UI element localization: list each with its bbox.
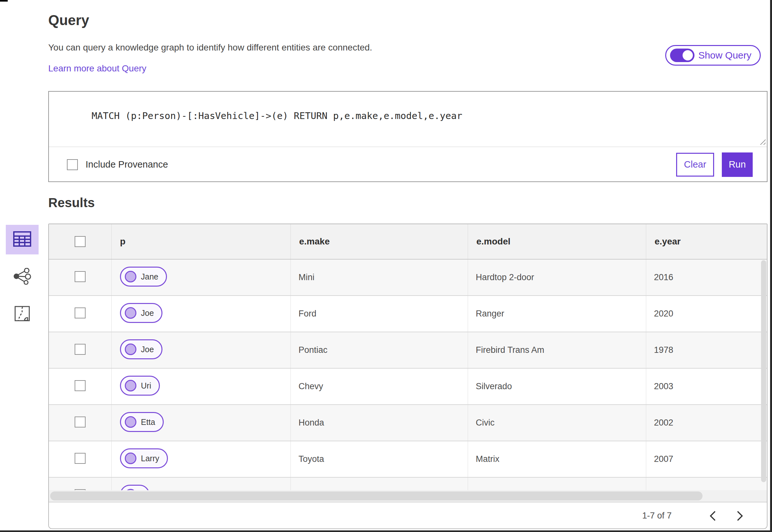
run-button[interactable]: Run: [722, 152, 753, 177]
entity-dot-icon: [125, 344, 136, 355]
entity-dot-icon: [125, 416, 136, 428]
cell-make: Chevy: [290, 369, 468, 404]
column-header-e.make[interactable]: e.make: [290, 224, 468, 259]
entity-dot-icon: [125, 271, 136, 282]
entity-name: Jane: [141, 272, 158, 281]
next-page-button[interactable]: [731, 507, 749, 525]
table-view-button[interactable]: [6, 225, 39, 254]
column-header-e.model[interactable]: e.model: [468, 224, 646, 259]
row-checkbox-cell: [49, 369, 111, 404]
cell-p: Etta: [111, 405, 290, 441]
cell-make: Toyota: [290, 441, 468, 477]
row-checkbox[interactable]: [75, 271, 86, 282]
table-row[interactable]: Joe Pontiac Firebird Trans Am 1978: [49, 332, 767, 369]
cell-year: 2003: [646, 369, 767, 404]
resize-grip-icon[interactable]: [758, 138, 766, 145]
cell-p: Uri: [111, 369, 290, 404]
entity-pill[interactable]: Joe: [120, 303, 162, 323]
entity-dot-icon: [125, 380, 136, 391]
map-icon: [14, 306, 30, 323]
entity-pill[interactable]: Etta: [120, 412, 164, 432]
row-checkbox[interactable]: [75, 417, 86, 427]
entity-dot-icon: [125, 307, 136, 319]
toggle-switch-icon[interactable]: [670, 49, 694, 62]
query-text: MATCH (p:Person)-[:HasVehicle]->(e) RETU…: [92, 110, 462, 121]
cell-p: Joe: [111, 296, 290, 332]
query-actions-bar: Include Provenance Clear Run: [49, 147, 767, 182]
entity-pill[interactable]: Larry: [120, 448, 168, 468]
map-view-button[interactable]: [6, 299, 39, 329]
page-description: You can query a knowledge graph to ident…: [48, 42, 372, 53]
show-query-label: Show Query: [698, 50, 751, 61]
entity-name: Etta: [141, 417, 155, 427]
table-row[interactable]: [49, 478, 767, 490]
column-header-e.year[interactable]: e.year: [646, 224, 767, 259]
cell-model: Hardtop 2-door: [468, 260, 646, 295]
entity-pill[interactable]: Jane: [120, 267, 167, 287]
table-row[interactable]: Uri Chevy Silverado 2003: [49, 369, 767, 405]
row-checkbox[interactable]: [75, 380, 86, 391]
row-checkbox-cell: [49, 296, 111, 332]
horizontal-scrollbar-thumb[interactable]: [50, 491, 703, 500]
cell-model: Matrix: [468, 441, 646, 477]
table-body: Jane Mini Hardtop 2-door 2016 Joe Ford R…: [49, 260, 767, 490]
clear-button[interactable]: Clear: [676, 153, 714, 177]
cell-year: 2002: [646, 405, 767, 441]
view-switcher: [6, 225, 39, 337]
select-all-cell: [49, 224, 111, 259]
query-input[interactable]: MATCH (p:Person)-[:HasVehicle]->(e) RETU…: [49, 92, 767, 147]
toggle-knob: [683, 50, 693, 60]
cell-p: Jane: [111, 260, 290, 295]
entity-name: Joe: [141, 345, 154, 354]
query-page: Query You can query a knowledge graph to…: [0, 0, 772, 532]
row-checkbox[interactable]: [75, 453, 86, 464]
table-row[interactable]: Etta Honda Civic 2002: [49, 405, 767, 441]
select-all-checkbox[interactable]: [75, 236, 86, 247]
cell-make: Honda: [290, 405, 468, 441]
table-row[interactable]: Jane Mini Hardtop 2-door 2016: [49, 260, 767, 296]
row-checkbox-cell: [49, 405, 111, 441]
row-checkbox-cell: [49, 260, 111, 295]
row-checkbox[interactable]: [75, 344, 86, 355]
cell-make: Pontiac: [290, 332, 468, 368]
show-query-toggle[interactable]: Show Query: [665, 45, 761, 66]
link-chart-view-button[interactable]: [6, 262, 39, 292]
row-checkbox-cell: [49, 478, 111, 490]
entity-name: Joe: [141, 308, 154, 318]
entity-name: Uri: [141, 381, 151, 390]
row-checkbox-cell: [49, 441, 111, 477]
pagination-range: 1-7 of 7: [642, 511, 672, 521]
entity-pill[interactable]: Uri: [120, 376, 160, 396]
page-title: Query: [48, 12, 89, 28]
table-row[interactable]: Joe Ford Ranger 2020: [49, 296, 767, 332]
cell-year: 2020: [646, 296, 767, 332]
table-icon: [13, 231, 32, 248]
row-checkbox[interactable]: [75, 307, 86, 318]
cell-p: Joe: [111, 332, 290, 368]
cell-model: [468, 478, 646, 490]
horizontal-scrollbar-track[interactable]: [49, 490, 767, 502]
cell-p: Larry: [111, 441, 290, 477]
results-title: Results: [48, 196, 95, 210]
table-footer: 1-7 of 7: [49, 502, 767, 529]
query-panel: MATCH (p:Person)-[:HasVehicle]->(e) RETU…: [48, 91, 767, 182]
previous-page-button[interactable]: [704, 507, 722, 525]
table-row[interactable]: Larry Toyota Matrix 2007: [49, 441, 767, 478]
table-header-row: pe.makee.modele.year: [49, 224, 767, 260]
cell-year: 2007: [646, 441, 767, 477]
learn-more-link[interactable]: Learn more about Query: [48, 63, 146, 74]
entity-pill[interactable]: [120, 485, 150, 490]
row-checkbox-cell: [49, 332, 111, 368]
cell-make: Ford: [290, 296, 468, 332]
column-header-p[interactable]: p: [111, 224, 290, 259]
window-edge-top-left: [0, 0, 8, 2]
include-provenance-checkbox[interactable]: [67, 159, 78, 170]
cell-year: 2016: [646, 260, 767, 295]
vertical-scrollbar[interactable]: [761, 260, 766, 482]
entity-dot-icon: [125, 453, 136, 464]
cell-model: Silverado: [468, 369, 646, 404]
cell-make: Mini: [290, 260, 468, 295]
entity-pill[interactable]: Joe: [120, 339, 162, 359]
results-table: pe.makee.modele.year Jane Mini Hardtop 2…: [48, 224, 767, 529]
cell-year: [646, 478, 767, 490]
